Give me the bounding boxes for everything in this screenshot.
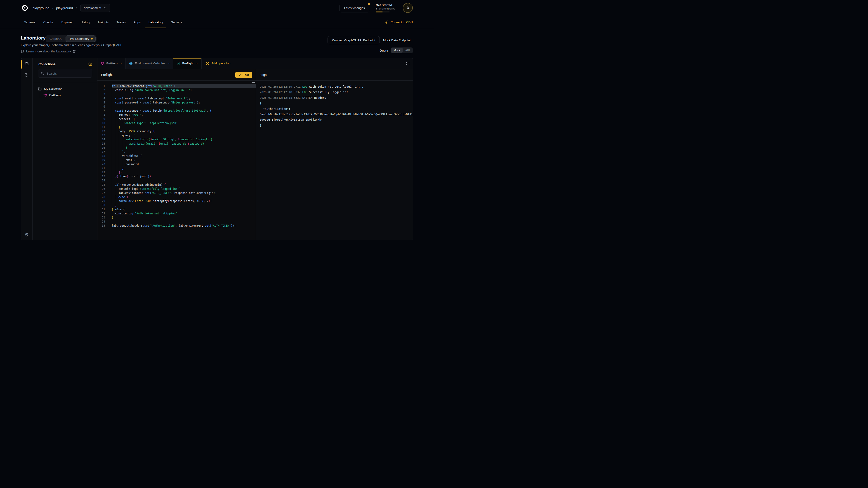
code-line[interactable]: 21} bbox=[97, 166, 256, 170]
page-title: Laboratory bbox=[21, 35, 46, 41]
editor-scrollbar-thumb[interactable] bbox=[252, 82, 255, 83]
header-top-row: playground / playground / development La… bbox=[21, 3, 413, 13]
code-line[interactable]: 17`, bbox=[97, 150, 256, 154]
collections-search[interactable] bbox=[38, 69, 92, 78]
code-line[interactable]: 27lab.environment.set("AUTH_TOKEN", resp… bbox=[97, 191, 256, 195]
nav-item-insights[interactable]: Insights bbox=[95, 16, 112, 28]
nav-item-checks[interactable]: Checks bbox=[40, 16, 57, 28]
nav-item-schema[interactable]: Schema bbox=[21, 16, 39, 28]
hive-logo-icon[interactable] bbox=[21, 4, 29, 12]
code-line[interactable]: 22}) bbox=[97, 170, 256, 174]
header-nav-row: Schema Checks Explorer History Insights … bbox=[21, 16, 413, 28]
target-selector-value: development bbox=[84, 6, 101, 10]
close-icon[interactable]: × bbox=[168, 62, 170, 65]
segment-api[interactable]: API bbox=[403, 48, 412, 53]
code-line[interactable]: 6 bbox=[97, 105, 256, 109]
code-line[interactable]: 1if (!lab.environment.get("AUTH_TOKEN"))… bbox=[97, 84, 256, 88]
code-line[interactable]: 30} bbox=[97, 203, 256, 207]
preflight-editor-panel: Preflight Test 1if (!lab.environment.get… bbox=[97, 69, 256, 240]
code-line[interactable]: 23}).then(r => r.json()); bbox=[97, 174, 256, 178]
mock-data-endpoint-button[interactable]: Mock Data Endpoint bbox=[382, 36, 412, 44]
latest-changes-button[interactable]: Latest changes bbox=[340, 4, 369, 12]
nav-item-apps[interactable]: Apps bbox=[130, 16, 144, 28]
test-button[interactable]: Test bbox=[235, 72, 252, 78]
operation-item-gethero[interactable]: GetHero bbox=[40, 92, 97, 98]
code-line[interactable]: 12body: JSON.stringify({ bbox=[97, 129, 256, 133]
user-avatar[interactable] bbox=[403, 3, 413, 13]
hive-laboratory-app: playground / playground / development La… bbox=[0, 0, 434, 244]
learn-more-link[interactable]: Learn more about the Laboratory bbox=[21, 50, 76, 53]
code-line[interactable]: 13query: ` bbox=[97, 133, 256, 137]
code-line[interactable]: 19email, bbox=[97, 158, 256, 162]
folders-icon bbox=[24, 61, 29, 66]
folder-plus-icon bbox=[88, 62, 92, 66]
code-line[interactable]: 8method: "POST", bbox=[97, 113, 256, 117]
settings-rail-button[interactable]: ⚙ bbox=[21, 232, 32, 237]
code-line[interactable]: 26console.log('Successfully logged in!') bbox=[97, 187, 256, 191]
preflight-code-editor[interactable]: 1if (!lab.environment.get("AUTH_TOKEN"))… bbox=[97, 80, 256, 240]
connect-to-cdn-link[interactable]: Connect to CDN bbox=[385, 20, 413, 24]
logs-panel: Logs 2026-01-26T12:12:09.271Z LOG Auth t… bbox=[256, 69, 413, 240]
code-line[interactable]: 4const email = await lab.prompt('Enter e… bbox=[97, 96, 256, 101]
code-line[interactable]: 9headers: { bbox=[97, 117, 256, 121]
line-number: 7 bbox=[97, 109, 105, 113]
close-icon[interactable]: × bbox=[120, 62, 122, 65]
nav-item-traces[interactable]: Traces bbox=[113, 16, 129, 28]
tab-gethero-label: GetHero bbox=[106, 62, 118, 65]
code-line[interactable]: 32console.log('Auth token set, skipping'… bbox=[97, 212, 256, 216]
add-operation-button[interactable]: Add operation bbox=[202, 58, 235, 69]
get-started-widget[interactable]: Get Started 3 remaining tasks bbox=[376, 3, 396, 12]
code-line[interactable]: 28} else { bbox=[97, 195, 256, 199]
breadcrumb-project[interactable]: playground bbox=[56, 6, 73, 10]
code-line[interactable]: 25if (response.data.adminLogin) { bbox=[97, 183, 256, 187]
search-input[interactable] bbox=[46, 72, 89, 75]
nav-item-laboratory[interactable]: Laboratory bbox=[145, 16, 166, 28]
page-description: Explore your GraphQL schema and run quer… bbox=[21, 43, 122, 47]
tab-environment-variables[interactable]: Environment Variables × bbox=[126, 58, 174, 69]
code-line[interactable]: 20password bbox=[97, 162, 256, 166]
get-started-title: Get Started bbox=[376, 3, 396, 7]
line-number: 14 bbox=[97, 137, 105, 141]
nav-item-history[interactable]: History bbox=[77, 16, 94, 28]
line-number: 18 bbox=[97, 154, 105, 158]
code-line[interactable]: 35lab.request.headers.set('Authorization… bbox=[97, 224, 256, 228]
toggle-graphiql[interactable]: GraphiQL bbox=[46, 37, 65, 40]
target-selector-dropdown[interactable]: development bbox=[80, 4, 110, 12]
nav-item-settings[interactable]: Settings bbox=[167, 16, 185, 28]
code-line[interactable]: 16} bbox=[97, 146, 256, 150]
code-line[interactable]: 7const response = await fetch("http://lo… bbox=[97, 109, 256, 113]
code-line[interactable]: 33} bbox=[97, 216, 256, 220]
line-number: 15 bbox=[97, 142, 105, 146]
code-line[interactable]: 14mutation Login($email: String!, $passw… bbox=[97, 137, 256, 141]
breadcrumb-org[interactable]: playground bbox=[33, 6, 49, 10]
segment-mock[interactable]: Mock bbox=[391, 48, 403, 53]
log-raw-line: "authorization": bbox=[260, 106, 413, 111]
log-raw-line: } bbox=[260, 123, 413, 128]
collection-folder-item[interactable]: My Collection bbox=[38, 86, 97, 92]
code-line[interactable]: 18variables: { bbox=[97, 154, 256, 158]
code-line[interactable]: 34 bbox=[97, 220, 256, 224]
code-line[interactable]: 3 bbox=[97, 92, 256, 96]
code-line[interactable]: 10'Content-Type': 'application/json' bbox=[97, 121, 256, 125]
toggle-hive-laboratory[interactable]: Hive Laboratory bbox=[66, 35, 96, 42]
new-collection-button[interactable] bbox=[88, 62, 92, 66]
code-line[interactable]: 2console.log('Auth token not set, loggin… bbox=[97, 88, 256, 92]
code-line[interactable]: 24 bbox=[97, 178, 256, 183]
code-line[interactable]: 29throw new Error(JSON.stringify(respons… bbox=[97, 199, 256, 203]
collection-name: My Collection bbox=[44, 87, 62, 91]
tab-gethero[interactable]: GetHero × bbox=[97, 58, 126, 69]
code-line[interactable]: 5const password = await lab.prompt('Ente… bbox=[97, 101, 256, 105]
tab-preflight[interactable]: Preflight × bbox=[174, 58, 202, 69]
line-number: 13 bbox=[97, 133, 105, 137]
history-rail-button[interactable] bbox=[21, 73, 32, 77]
line-number: 23 bbox=[97, 174, 105, 178]
collections-rail-button[interactable] bbox=[21, 61, 32, 66]
fullscreen-button[interactable] bbox=[406, 58, 410, 69]
code-line[interactable]: 11}, bbox=[97, 125, 256, 129]
close-icon[interactable]: × bbox=[196, 62, 198, 65]
line-number: 10 bbox=[97, 121, 105, 125]
connect-graphql-api-endpoint-button[interactable]: Connect GraphQL API Endpoint bbox=[328, 36, 380, 44]
code-line[interactable]: 15adminLogin(email: $email, password: $p… bbox=[97, 142, 256, 146]
nav-item-explorer[interactable]: Explorer bbox=[58, 16, 76, 28]
code-line[interactable]: 31} else { bbox=[97, 207, 256, 212]
